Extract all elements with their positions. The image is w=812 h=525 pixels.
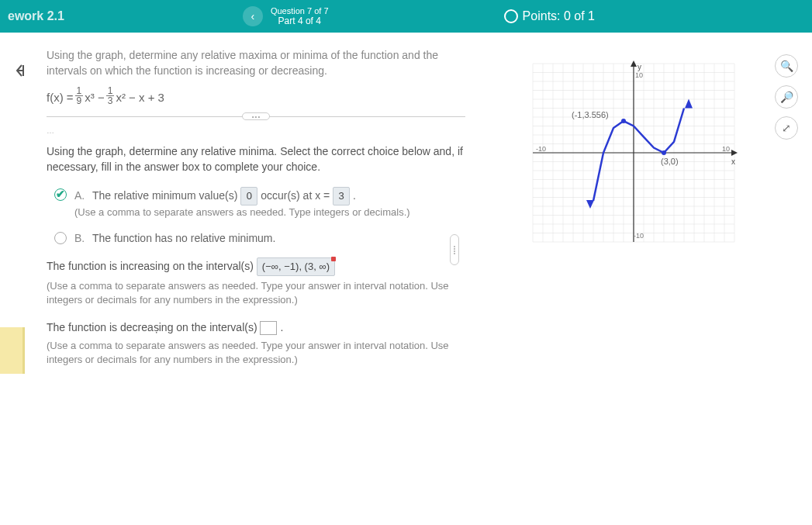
- prompt-text: Using the graph, determine any relative …: [47, 48, 465, 78]
- zoom-out-icon: 🔎: [780, 91, 793, 103]
- svg-text:10: 10: [635, 71, 643, 79]
- resize-handle[interactable]: [450, 234, 459, 265]
- choice-a-hint: (Use a comma to separate answers as need…: [74, 206, 465, 219]
- increasing-para: The function is increasing on the interv…: [47, 257, 465, 276]
- decreasing-para: The function is decreaṣing on the interv…: [47, 319, 465, 336]
- svg-text:-10: -10: [536, 145, 546, 153]
- increasing-hint: (Use a comma to separate answers as need…: [47, 279, 465, 307]
- zoom-in-icon: 🔍: [780, 60, 793, 72]
- increasing-input[interactable]: (−∞, −1), (3, ∞): [257, 257, 335, 276]
- points-icon: [504, 9, 518, 23]
- open-icon: ⤢: [782, 122, 791, 134]
- question-number: Question 7 of 7: [271, 6, 329, 16]
- content-area: Using the graph, determine any relative …: [0, 33, 812, 525]
- function-formula: f(x) = 1 9 x³ − 1 3 x² − x + 3: [47, 88, 465, 107]
- function-graph[interactable]: y x 10 -10 -10 10 (-1,3.556) (3,0): [517, 56, 750, 250]
- decreasing-hint: (Use a comma to separate answers as need…: [47, 339, 465, 367]
- min-value-input[interactable]: 0: [240, 187, 257, 206]
- choice-b-label: B.: [74, 232, 85, 244]
- chevron-left-icon: ‹: [251, 10, 255, 22]
- question-column: Using the graph, determine any relative …: [47, 48, 465, 509]
- side-tab[interactable]: [0, 327, 25, 374]
- preceding-answers-note: …: [47, 126, 465, 135]
- fraction-2: 1 3: [106, 86, 115, 105]
- radio-b[interactable]: [54, 232, 67, 244]
- fraction-1: 1 9: [75, 86, 84, 105]
- choice-a-label: A.: [74, 189, 85, 202]
- points-display: Points: 0 of 1: [504, 9, 595, 23]
- svg-point-54: [621, 119, 626, 123]
- points-text: Points: 0 of 1: [523, 9, 595, 23]
- svg-point-56: [662, 150, 666, 155]
- app-header: ework 2.1 ‹ Question 7 of 7 Part 4 of 4 …: [0, 0, 812, 33]
- svg-text:10: 10: [722, 145, 730, 153]
- min-x-input[interactable]: 3: [333, 187, 350, 206]
- svg-text:x: x: [731, 157, 735, 166]
- zoom-out-button[interactable]: 🔎: [775, 85, 798, 109]
- open-button[interactable]: ⤢: [775, 116, 798, 140]
- graph-column: y x 10 -10 -10 10 (-1,3.556) (3,0): [517, 56, 750, 250]
- svg-marker-53: [586, 200, 594, 209]
- decreasing-input[interactable]: [260, 321, 277, 335]
- collapse-handle[interactable]: •••: [242, 112, 270, 120]
- svg-text:-10: -10: [634, 232, 644, 240]
- svg-marker-52: [685, 99, 693, 109]
- question-indicator: Question 7 of 7 Part 4 of 4: [271, 6, 329, 26]
- choice-a-body: A. The relative minimum value(s) 0 occur…: [74, 187, 465, 219]
- graph-svg: y x 10 -10 -10 10 (-1,3.556) (3,0): [517, 56, 750, 250]
- part-number: Part 4 of 4: [278, 16, 321, 26]
- radio-a[interactable]: [54, 188, 67, 201]
- homework-label: ework 2.1: [8, 9, 64, 23]
- minima-question: Using the graph, determine any relative …: [47, 144, 465, 174]
- prev-question-button[interactable]: ‹: [243, 6, 263, 26]
- svg-text:y: y: [638, 63, 641, 71]
- svg-text:(-1,3.556): (-1,3.556): [572, 110, 609, 119]
- choice-b-body: B. The function has no relative minimum.: [74, 230, 465, 247]
- choice-b[interactable]: B. The function has no relative minimum.: [54, 230, 465, 247]
- zoom-in-button[interactable]: 🔍: [775, 54, 798, 78]
- choice-a[interactable]: A. The relative minimum value(s) 0 occur…: [54, 187, 465, 219]
- svg-text:(3,0): (3,0): [661, 157, 679, 166]
- back-icon[interactable]: [16, 64, 33, 81]
- graph-tools: 🔍 🔎 ⤢: [775, 54, 798, 140]
